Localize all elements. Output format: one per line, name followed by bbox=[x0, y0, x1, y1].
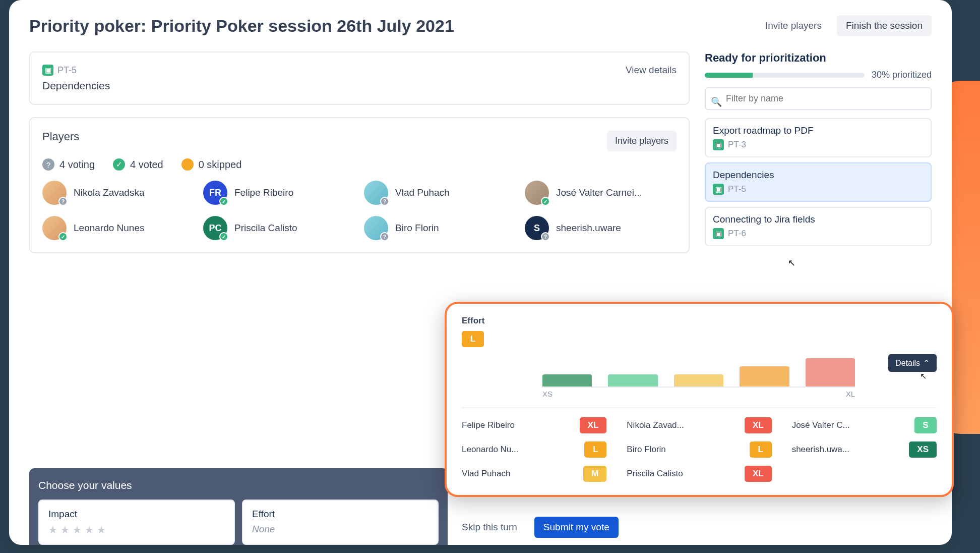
chevron-up-icon: ⌃ bbox=[923, 358, 930, 368]
choose-values-panel: Choose your values Impact ★★★★★ Effort N… bbox=[29, 468, 448, 545]
vote-size-badge: XL bbox=[745, 417, 772, 433]
chart-bar bbox=[740, 366, 789, 386]
avatar: FR✓ bbox=[203, 181, 227, 205]
issue-type-icon: ▣ bbox=[713, 228, 724, 239]
star-icon[interactable]: ★ bbox=[97, 524, 106, 536]
header-actions: Invite players Finish the session bbox=[756, 15, 932, 36]
vote-row: Biro FlorinL bbox=[627, 441, 771, 458]
vote-size-badge: L bbox=[584, 441, 606, 458]
filter-input[interactable] bbox=[705, 87, 932, 110]
vote-size-badge: XL bbox=[745, 466, 772, 482]
star-icon[interactable]: ★ bbox=[85, 524, 94, 536]
voted-dot-icon: ✓ bbox=[113, 158, 125, 171]
chart-bar bbox=[608, 374, 657, 386]
progress-label: 30% prioritized bbox=[872, 70, 932, 80]
vote-row: Priscila CalistoXL bbox=[627, 466, 771, 482]
vote-player-name: José Valter C... bbox=[792, 420, 850, 430]
vote-player-name: Felipe Ribeiro bbox=[462, 420, 515, 430]
issue-key: PT-5 bbox=[57, 65, 77, 76]
vote-size-badge: S bbox=[914, 417, 937, 433]
invite-players-button-panel[interactable]: Invite players bbox=[607, 131, 677, 151]
voted-badge-icon: ✓ bbox=[58, 232, 68, 241]
cursor-icon: ↖ bbox=[920, 371, 927, 381]
vote-size-badge: L bbox=[750, 441, 772, 458]
avatar: S? bbox=[525, 216, 549, 240]
player-name: sheerish.uware bbox=[556, 223, 621, 234]
player-name: Biro Florin bbox=[395, 223, 439, 234]
vote-row: Leonardo Nu...L bbox=[462, 441, 606, 458]
prio-key-row: ▣PT-6 bbox=[713, 228, 924, 239]
axis-label-xl: XL bbox=[846, 390, 855, 398]
chart-bar bbox=[806, 358, 855, 386]
pending-badge-icon: ? bbox=[541, 232, 550, 241]
prio-item-key: PT-6 bbox=[728, 229, 746, 239]
player-grid: ?Nikola ZavadskaFR✓Felipe Ribeiro?Vlad P… bbox=[42, 181, 677, 240]
skipped-count: 0 skipped bbox=[199, 159, 242, 171]
vote-row: José Valter C...S bbox=[792, 417, 937, 433]
player-name: José Valter Carnei... bbox=[556, 187, 642, 198]
player-name: Leonardo Nunes bbox=[74, 223, 145, 234]
vote-player-name: sheerish.uwa... bbox=[792, 445, 849, 455]
star-icon[interactable]: ★ bbox=[48, 524, 57, 536]
voted-count: 4 voted bbox=[130, 159, 163, 171]
vote-player-name: Nikola Zavad... bbox=[627, 420, 684, 430]
chart-axis-labels: XS XL bbox=[542, 390, 855, 398]
voted-badge-icon: ✓ bbox=[541, 197, 550, 206]
issue-type-icon: ▣ bbox=[42, 65, 53, 76]
vote-player-name: Priscila Calisto bbox=[627, 469, 683, 479]
players-title: Players bbox=[42, 130, 79, 143]
finish-session-button[interactable]: Finish the session bbox=[837, 15, 932, 36]
prio-key-row: ▣PT-3 bbox=[713, 139, 924, 150]
impact-stars[interactable]: ★★★★★ bbox=[48, 524, 225, 536]
cursor-icon: ↖ bbox=[788, 257, 795, 268]
vote-size-badge: M bbox=[583, 466, 606, 482]
prio-item-key: PT-5 bbox=[728, 184, 746, 194]
skipped-dot-icon bbox=[181, 158, 194, 171]
player-item: PC✓Priscila Calisto bbox=[203, 216, 355, 240]
star-icon[interactable]: ★ bbox=[73, 524, 82, 536]
header: Priority poker: Priority Poker session 2… bbox=[29, 15, 932, 36]
vote-row: sheerish.uwa...XS bbox=[792, 441, 937, 458]
vote-row: Nikola Zavad...XL bbox=[627, 417, 771, 433]
invite-players-button[interactable]: Invite players bbox=[756, 15, 831, 36]
content-row: ▣ PT-5 Dependencies View details Players… bbox=[29, 51, 932, 253]
effort-bar-chart bbox=[542, 354, 855, 388]
player-item: S?sheerish.uware bbox=[525, 216, 677, 240]
vote-row: Vlad PuhachM bbox=[462, 466, 606, 482]
left-column: ▣ PT-5 Dependencies View details Players… bbox=[29, 51, 690, 253]
pending-badge-icon: ? bbox=[380, 197, 389, 206]
issue-type-icon: ▣ bbox=[713, 139, 724, 150]
impact-value-card[interactable]: Impact ★★★★★ bbox=[38, 500, 235, 545]
prio-item-title: Export roadmap to PDF bbox=[713, 125, 924, 136]
issue-type-icon: ▣ bbox=[713, 184, 724, 195]
effort-popup-title: Effort bbox=[462, 316, 484, 326]
right-column: Ready for prioritization 30% prioritized… bbox=[705, 51, 932, 253]
star-icon[interactable]: ★ bbox=[60, 524, 70, 536]
progress-bar bbox=[705, 73, 865, 78]
player-item: ?Nikola Zavadska bbox=[42, 181, 194, 205]
impact-label: Impact bbox=[48, 509, 225, 520]
player-name: Vlad Puhach bbox=[395, 187, 450, 198]
page-title: Priority poker: Priority Poker session 2… bbox=[29, 16, 454, 36]
vote-player-name: Vlad Puhach bbox=[462, 469, 510, 479]
axis-label-xs: XS bbox=[542, 390, 553, 398]
prioritization-item[interactable]: Dependencies▣PT-5 bbox=[705, 162, 932, 202]
view-details-link[interactable]: View details bbox=[626, 65, 677, 76]
effort-value-card[interactable]: Effort None bbox=[242, 500, 439, 545]
voting-count: 4 voting bbox=[59, 159, 95, 171]
player-item: ✓José Valter Carnei... bbox=[525, 181, 677, 205]
progress-row: 30% prioritized bbox=[705, 70, 932, 80]
player-item: FR✓Felipe Ribeiro bbox=[203, 181, 355, 205]
choose-values-title: Choose your values bbox=[38, 479, 439, 491]
prioritization-item[interactable]: Connecting to Jira fields▣PT-6 bbox=[705, 207, 932, 246]
details-toggle-button[interactable]: Details ⌃ bbox=[888, 354, 937, 372]
vote-player-name: Biro Florin bbox=[627, 445, 665, 455]
prioritization-item[interactable]: Export roadmap to PDF▣PT-3 bbox=[705, 118, 932, 157]
issue-key-row: ▣ PT-5 bbox=[42, 65, 110, 76]
vote-player-name: Leonardo Nu... bbox=[462, 445, 518, 455]
skip-turn-button[interactable]: Skip this turn bbox=[453, 517, 526, 538]
players-stats: ?4 voting ✓4 voted 0 skipped bbox=[42, 158, 677, 171]
details-label: Details bbox=[895, 359, 920, 368]
player-item: ?Biro Florin bbox=[364, 216, 516, 240]
submit-vote-button[interactable]: Submit my vote bbox=[534, 517, 619, 538]
